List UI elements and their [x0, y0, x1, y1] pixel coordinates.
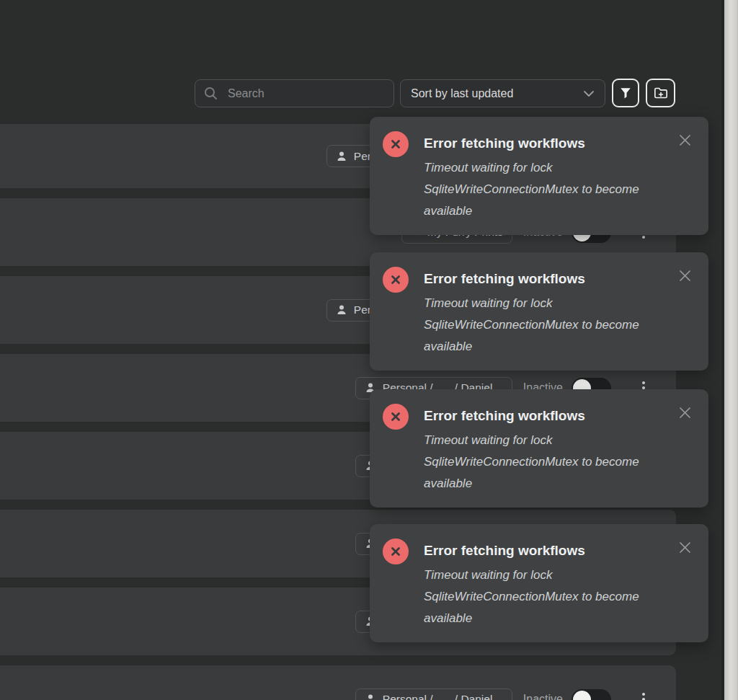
error-toast: Error fetching workflows Timeout waiting…	[370, 524, 708, 642]
toast-title: Error fetching workflows	[424, 408, 644, 424]
workflows-page: Sort by last updated Personal / / Daniel…	[0, 0, 738, 700]
close-icon[interactable]	[679, 270, 691, 284]
workflow-row[interactable]: Personal / / Daniel Inactive	[0, 665, 676, 700]
toast-title: Error fetching workflows	[424, 271, 644, 287]
filter-button[interactable]	[612, 79, 639, 107]
status-label: Inactive	[523, 693, 563, 700]
error-circle-icon	[383, 404, 409, 430]
toggle-knob	[573, 691, 591, 700]
row-menu-button[interactable]	[637, 691, 650, 700]
search-input[interactable]	[226, 87, 385, 101]
scrollbar-thumb[interactable]	[724, 0, 738, 700]
close-icon[interactable]	[679, 541, 691, 556]
sort-dropdown[interactable]: Sort by last updated	[400, 79, 605, 107]
sort-dropdown-label: Sort by last updated	[411, 87, 583, 100]
error-circle-icon	[383, 131, 409, 157]
error-toast: Error fetching workflows Timeout waiting…	[370, 117, 708, 235]
error-circle-icon	[383, 539, 409, 564]
toast-message: Timeout waiting for lock SqliteWriteConn…	[424, 564, 644, 629]
toast-message: Timeout waiting for lock SqliteWriteConn…	[424, 293, 644, 358]
toast-message: Timeout waiting for lock SqliteWriteConn…	[424, 157, 644, 222]
error-toast: Error fetching workflows Timeout waiting…	[370, 252, 708, 371]
close-icon[interactable]	[679, 134, 691, 149]
chevron-down-icon	[583, 90, 595, 97]
active-toggle[interactable]	[572, 689, 611, 700]
person-icon	[365, 694, 376, 700]
search-icon	[204, 87, 218, 100]
search-box	[195, 79, 394, 107]
folder-plus-icon	[654, 87, 668, 99]
error-toast: Error fetching workflows Timeout waiting…	[370, 389, 708, 508]
toast-title: Error fetching workflows	[424, 543, 644, 559]
scrollbar-track	[721, 0, 738, 700]
error-circle-icon	[383, 267, 409, 293]
toast-message: Timeout waiting for lock SqliteWriteConn…	[424, 430, 644, 495]
person-icon	[336, 304, 347, 316]
filter-icon	[619, 87, 632, 99]
project-badge-label: Personal / / Daniel	[383, 693, 493, 700]
close-icon[interactable]	[679, 407, 691, 421]
add-folder-button[interactable]	[646, 79, 675, 107]
project-badge[interactable]: Personal / / Daniel	[355, 688, 512, 700]
toast-title: Error fetching workflows	[424, 136, 644, 151]
person-icon	[336, 151, 347, 162]
